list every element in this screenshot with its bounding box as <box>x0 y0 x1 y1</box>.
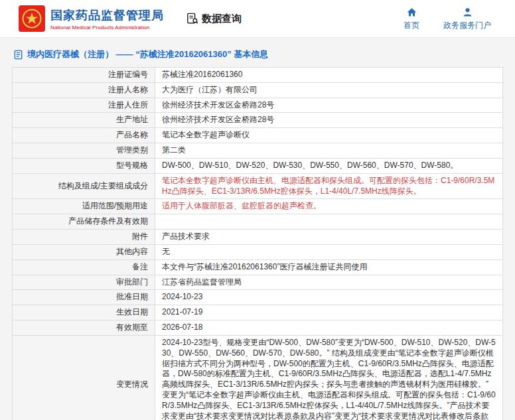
registration-info-table: 注册证编号苏械注准20162061360 注册人名称大为医疗（江苏）有限公司 注… <box>12 67 503 420</box>
row-value: 2024-10-23型号、规格变更由“DW-500、DW-580”变更为“DW-… <box>155 335 503 420</box>
table-row: 生产地址徐州经济技术开发区金桥路28号 <box>13 113 503 128</box>
row-value: 徐州经济技术开发区金桥路28号 <box>155 98 503 113</box>
data-query-label: 数据查询 <box>202 13 242 25</box>
table-row: 适用范围/预期用途适用于人体腹部脏器、盆腔脏器的超声检查。 <box>13 199 503 214</box>
row-label: 其他内容 <box>13 244 155 259</box>
row-value: 江苏省药品监督管理局 <box>155 275 503 290</box>
row-label: 注册人住所 <box>13 98 155 113</box>
row-label: 附件 <box>13 230 155 245</box>
table-row: 型号规格DW-500、DW-510、DW-520、DW-530、DW-550、D… <box>13 158 503 173</box>
row-label: 产品储存条件及有效期 <box>13 214 155 230</box>
table-row: 注册证编号苏械注准20162061360 <box>13 68 503 83</box>
row-value: 徐州经济技术开发区金桥路28号 <box>155 113 503 128</box>
table-row: 产品名称笔记本全数字超声诊断仪 <box>13 128 503 143</box>
national-emblem-icon <box>19 5 45 32</box>
table-row: 结构及组成/主要组成成分笔记本全数字超声诊断仪由主机、电源适配器和探头组成。可配… <box>13 173 503 199</box>
table-row: 变更情况2024-10-23型号、规格变更由“DW-500、DW-580”变更为… <box>13 335 503 420</box>
table-row: 注册人名称大为医疗（江苏）有限公司 <box>13 82 503 98</box>
row-label: 批准日期 <box>13 290 155 305</box>
row-value: 2024-10-23 <box>155 290 503 305</box>
table-row: 管理类别第二类 <box>13 143 503 159</box>
table-row: 产品储存条件及有效期 <box>13 214 503 230</box>
row-label: 备注 <box>13 259 155 275</box>
nav-portal[interactable]: 政务服务门户 <box>443 7 491 31</box>
nav-portal-label: 政务服务门户 <box>443 20 491 31</box>
row-value: 产品技术要求 <box>155 230 503 245</box>
table-row: 其他内容无 <box>13 244 503 259</box>
row-label: 注册证编号 <box>13 68 155 83</box>
row-value: 第二类 <box>155 143 503 159</box>
row-label: 变更情况 <box>13 335 155 420</box>
row-value: 2021-07-19 <box>155 305 503 320</box>
main-content: 境内医疗器械（注册） —— “苏械注准20162061360” 基本信息 注册证… <box>0 38 515 420</box>
row-value <box>155 214 503 230</box>
home-icon <box>406 7 417 18</box>
row-label: 产品名称 <box>13 128 155 143</box>
row-value: 大为医疗（江苏）有限公司 <box>155 82 503 98</box>
row-value: 适用于人体腹部脏器、盆腔脏器的超声检查。 <box>155 199 503 214</box>
nmpa-emblem-logo <box>19 5 45 32</box>
row-label: 生产地址 <box>13 113 155 128</box>
org-name-en: National Medical Products Administration <box>50 25 164 31</box>
table-row: 注册人住所徐州经济技术开发区金桥路28号 <box>13 98 503 113</box>
document-icon <box>13 50 23 60</box>
org-name-cn: 国家药品监督管理局 <box>50 7 164 23</box>
nav-data-query[interactable]: 数据查询 <box>186 13 242 25</box>
row-label: 审批部门 <box>13 275 155 290</box>
nav-home[interactable]: 首页 <box>404 7 419 31</box>
table-row: 生效日期2021-07-19 <box>13 305 503 320</box>
row-label: 管理类别 <box>13 143 155 159</box>
row-label: 适用范围/预期用途 <box>13 199 155 214</box>
row-label: 有效期至 <box>13 320 155 336</box>
row-label: 结构及组成/主要组成成分 <box>13 173 155 199</box>
portal-person-icon <box>462 7 473 18</box>
table-row: 有效期至2026-07-18 <box>13 320 503 336</box>
row-value: 2026-07-18 <box>155 320 503 336</box>
table-row: 批准日期2024-10-23 <box>13 290 503 305</box>
nav-home-label: 首页 <box>404 20 419 31</box>
table-row: 备注本文件与“苏械注准20162061360”医疗器械注册证共同使用 <box>13 259 503 275</box>
table-row: 附件产品技术要求 <box>13 230 503 245</box>
row-value: 笔记本全数字超声诊断仪由主机、电源适配器和探头组成。可配置的探头包括：C1-9/… <box>155 173 503 199</box>
page-title-text: 境内医疗器械（注册） —— “苏械注准20162061360” 基本信息 <box>27 48 268 60</box>
site-header: 国家药品监督管理局 National Medical Products Admi… <box>0 0 515 38</box>
row-value: 苏械注准20162061360 <box>155 68 503 83</box>
row-value: 笔记本全数字超声诊断仪 <box>155 128 503 143</box>
page-title: 境内医疗器械（注册） —— “苏械注准20162061360” 基本信息 <box>13 48 503 60</box>
row-value: 本文件与“苏械注准20162061360”医疗器械注册证共同使用 <box>155 259 503 275</box>
row-value: DW-500、DW-510、DW-520、DW-530、DW-550、DW-56… <box>155 158 503 173</box>
row-label: 型号规格 <box>13 158 155 173</box>
row-label: 注册人名称 <box>13 82 155 98</box>
org-title-block: 国家药品监督管理局 National Medical Products Admi… <box>50 7 164 31</box>
data-query-icon <box>186 13 198 25</box>
row-label: 生效日期 <box>13 305 155 320</box>
table-row: 审批部门江苏省药品监督管理局 <box>13 275 503 290</box>
row-value: 无 <box>155 244 503 259</box>
